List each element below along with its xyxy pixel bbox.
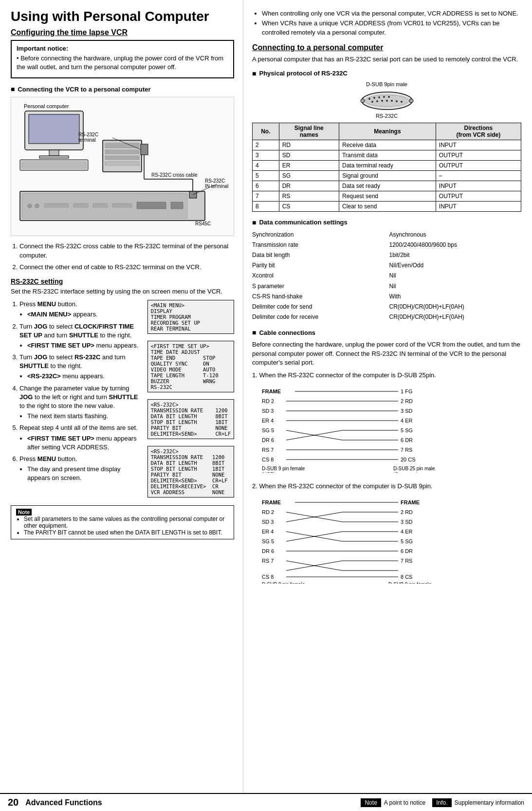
data-comm-key: Transmission rate [252,240,385,250]
step-item: Press MENU button. The day and present t… [19,455,142,483]
svg-point-48 [401,101,403,103]
table-cell: SG [279,170,339,181]
svg-text:IN terminal: IN terminal [205,184,228,189]
table-cell: 8 [253,201,279,211]
svg-text:7 RS: 7 RS [401,447,412,453]
data-comm-key: Delimiter code for send [252,302,385,312]
svg-text:2 RD: 2 RD [401,509,413,515]
svg-text:RS 7: RS 7 [262,558,274,564]
svg-text:ER 4: ER 4 [262,529,274,535]
rs232c-label: RS-232C [252,113,521,119]
page-title: Using with Personal Computer [11,9,234,24]
svg-text:RD 2: RD 2 [262,398,274,404]
table-header-directions: Directions(from VCR side) [436,123,521,140]
step-sub: The day and present time display appears… [27,465,142,482]
rs232c-setting-desc: Set the RS-232C interface setting by usi… [11,287,234,296]
svg-rect-4 [39,156,69,158]
svg-text:FRAME: FRAME [401,499,420,505]
svg-text:6 DR: 6 DR [401,548,413,554]
svg-rect-11 [105,162,139,166]
svg-rect-22 [141,144,148,155]
svg-text:FRAME: FRAME [262,388,281,394]
table-cell: Data terminal ready [339,160,436,170]
step-item: Turn JOG to select RS-232C and turn SHUT… [19,353,142,381]
step-item: Connect the RS-232C cross cable to the R… [19,242,234,259]
svg-text:RS-232C: RS-232C [205,178,225,184]
svg-text:4 ER: 4 ER [401,418,413,424]
physical-protocol-title: Physical protocol of RS-232C [252,70,521,77]
notice-box: Important notice: • Before connecting th… [11,40,234,78]
footer-section-title: Advanced Functions [25,798,361,807]
svg-text:FRAME: FRAME [262,499,281,505]
step-item: Press MENU button. <MAIN MENU> appears. [19,300,142,319]
physical-protocol-section: Physical protocol of RS-232C D-SUB 9pin … [252,70,521,212]
svg-text:RS-232C: RS-232C [78,132,98,137]
svg-point-37 [368,98,370,100]
note-box: Set all parameters to the same values as… [11,505,234,539]
subsection1-title: Connecting the VCR to a personal compute… [11,85,234,93]
dsub-connector-svg [358,87,416,111]
table-cell: Request send [339,191,436,201]
svg-text:3 SD: 3 SD [401,408,413,414]
svg-text:Personal computer: Personal computer [24,103,69,109]
data-comm-value: Nil [389,271,522,280]
svg-text:5 SG: 5 SG [401,538,413,544]
svg-point-46 [391,100,393,102]
notice-text: • Before connecting the hardware, unplug… [17,54,228,72]
note-item: The PARITY BIT cannot be used when the D… [24,529,229,536]
step-sub: <MAIN MENU> appears. [27,310,142,319]
svg-point-44 [381,100,383,102]
section-desc: A personal computer that has an RS-232C … [252,55,521,64]
step-item: Repeat step 4 until all of the items are… [19,424,142,452]
table-cell: 6 [253,181,279,191]
svg-rect-6 [22,162,86,168]
table-cell: INPUT [436,140,521,150]
rs232c-menus: <MAIN MENU> DISPLAY TIMER PROGRAM RECORD… [147,300,234,500]
svg-text:RD 2: RD 2 [262,509,274,515]
rs232c-full-menu-box: <RS-232C> TRANSMISSION RATE 1200 DATA BI… [147,446,234,498]
data-comm-key: Data bit length [252,251,385,260]
svg-point-42 [371,101,373,103]
svg-point-43 [376,100,378,102]
step-item: Turn JOG to select CLOCK/FIRST TIME SET … [19,322,142,350]
footer-info-text: Supplementary information [455,799,524,806]
bullet-list: When controlling only one VCR via the pe… [262,9,521,37]
step-item: Connect the other end of cable to RS-232… [19,263,234,272]
step-sub: <FIRST TIME SET UP> menu appears after s… [27,434,142,452]
svg-text:ER 4: ER 4 [262,418,274,424]
table-header-meanings: Meanings [339,123,436,140]
table-cell: INPUT [436,181,521,191]
data-comm-value: Nil [389,282,522,291]
data-comm-title: Data communication settings [252,219,521,226]
table-row: 3SDTransmit dataOUTPUT [253,150,521,160]
dsub-diagram: D-SUB 9pin male [252,81,521,119]
table-cell: DR [279,181,339,191]
connection-steps: Connect the RS-232C cross cable to the R… [19,242,234,272]
svg-text:20 CS: 20 CS [401,457,416,462]
svg-rect-3 [49,150,59,156]
table-cell: OUTPUT [436,160,521,170]
data-comm-key: Parity bit [252,261,385,270]
svg-text:SD 3: SD 3 [262,519,274,525]
svg-rect-2 [29,114,79,144]
cable-diagram-2: FRAME FRAME RD 2 SD 3 2 RD 3 SD ER 4 [262,494,521,585]
cable-step2-title: 2. When the RS-232C connector of the com… [252,482,521,491]
cable-desc: Before connecting the hardware, unplug t… [252,340,521,367]
cable-title: Cable connections [252,329,521,336]
rs232c-setting-title: RS-232C setting [11,277,234,285]
svg-text:DR 6: DR 6 [262,548,274,554]
table-header-signal: Signal linenames [279,123,339,140]
data-comm-section: Data communication settings Synchronizat… [252,219,521,322]
svg-text:2 RD: 2 RD [401,398,413,404]
data-comm-key: S parameter [252,282,385,291]
svg-point-47 [396,100,398,102]
svg-text:CS 8: CS 8 [262,457,274,462]
footer-note-label: Note [361,798,381,807]
rs232c-steps-left: Press MENU button. <MAIN MENU> appears. … [11,300,142,488]
step-sub: <RS-232C> menu appears. [27,372,142,381]
table-row: 6DRData set readyINPUT [253,181,521,191]
svg-text:SD 3: SD 3 [262,408,274,414]
table-cell: Signal ground [339,170,436,181]
first-time-setup-menu-box: <FIRST TIME SET UP> TIME DATE ADJUST TAP… [147,341,234,392]
data-comm-value: With [389,292,522,301]
